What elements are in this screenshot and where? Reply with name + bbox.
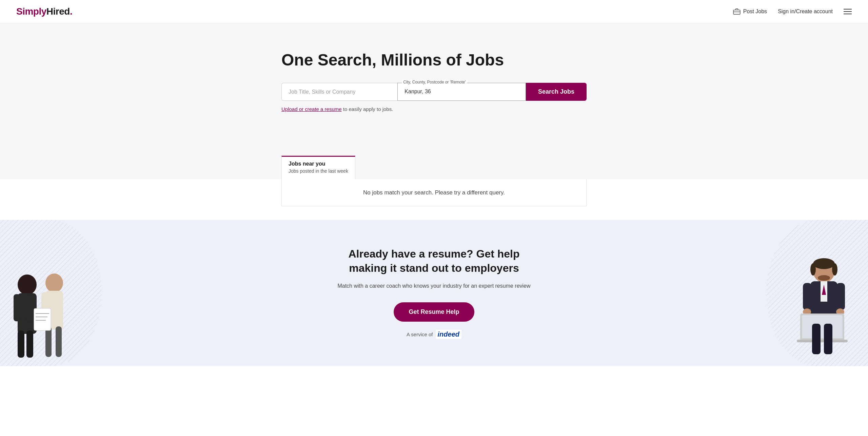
briefcase-icon <box>733 8 741 15</box>
svg-rect-35 <box>824 324 832 354</box>
location-field-label: City, County, Postcode or 'Remote' <box>402 80 467 84</box>
promo-people-right <box>773 251 868 366</box>
promo-service-attribution: A service of indeed <box>332 330 536 339</box>
jobs-near-you-tab[interactable]: Jobs near you Jobs posted in the last we… <box>281 156 355 179</box>
people-illustration-left <box>3 264 78 366</box>
results-section: No jobs match your search. Please try a … <box>0 179 868 220</box>
svg-point-8 <box>45 273 63 292</box>
hamburger-line-1 <box>844 9 852 10</box>
svg-rect-7 <box>26 330 33 358</box>
svg-rect-5 <box>26 294 33 321</box>
promo-title: Already have a resume? Get help making i… <box>332 247 536 275</box>
svg-rect-14 <box>34 308 51 330</box>
promo-people-left <box>0 258 81 366</box>
logo-dot: . <box>70 6 72 17</box>
svg-point-19 <box>813 258 835 269</box>
search-form: City, County, Postcode or 'Remote' Searc… <box>281 83 587 101</box>
svg-rect-12 <box>45 326 52 357</box>
results-wrapper: No jobs match your search. Please try a … <box>281 179 587 206</box>
hamburger-line-3 <box>844 14 852 14</box>
tabs-section: Jobs near you Jobs posted in the last we… <box>0 146 868 179</box>
svg-rect-13 <box>56 326 62 357</box>
get-resume-help-button[interactable]: Get Resume Help <box>394 302 474 322</box>
people-illustration-right <box>773 251 861 359</box>
post-jobs-button[interactable]: Post Jobs <box>733 8 767 15</box>
svg-rect-32 <box>802 315 843 338</box>
svg-rect-0 <box>733 10 740 15</box>
svg-rect-11 <box>54 292 60 318</box>
hamburger-menu-button[interactable] <box>844 9 852 14</box>
svg-rect-6 <box>18 330 24 358</box>
svg-point-20 <box>810 263 816 276</box>
logo-simply: Simply <box>16 6 46 17</box>
svg-rect-33 <box>797 340 848 342</box>
logo[interactable]: SimplyHired. <box>16 6 72 17</box>
svg-point-2 <box>18 274 37 295</box>
location-search-input[interactable] <box>398 83 526 100</box>
promo-content: Already have a resume? Get help making i… <box>332 247 536 339</box>
post-jobs-label: Post Jobs <box>743 8 767 15</box>
logo-hired: Hired <box>46 6 70 17</box>
no-results-message: No jobs match your search. Please try a … <box>363 189 505 196</box>
tab-title: Jobs near you <box>289 161 348 167</box>
header: SimplyHired. Post Jobs Sign in/Create ac… <box>0 0 868 23</box>
search-jobs-button[interactable]: Search Jobs <box>526 83 587 101</box>
hamburger-line-2 <box>844 11 852 12</box>
sign-in-button[interactable]: Sign in/Create account <box>778 8 833 15</box>
resume-upload-link[interactable]: Upload or create a resume <box>281 106 342 112</box>
job-search-input[interactable] <box>281 83 397 101</box>
promo-section: Already have a resume? Get help making i… <box>0 220 868 366</box>
tabs-wrapper: Jobs near you Jobs posted in the last we… <box>281 146 587 179</box>
header-nav: Post Jobs Sign in/Create account <box>733 8 852 15</box>
svg-point-21 <box>832 263 837 276</box>
svg-rect-34 <box>812 324 821 354</box>
promo-service-prefix: A service of <box>407 331 433 337</box>
resume-hint-suffix: to easily apply to jobs. <box>342 106 393 112</box>
svg-rect-4 <box>14 294 20 321</box>
location-field-wrapper: City, County, Postcode or 'Remote' <box>397 83 526 101</box>
svg-rect-26 <box>803 283 812 310</box>
promo-description: Match with a career coach who knows your… <box>332 282 536 290</box>
resume-hint: Upload or create a resume to easily appl… <box>281 106 587 112</box>
svg-point-22 <box>818 275 830 281</box>
hero-section: One Search, Millions of Jobs City, Count… <box>0 23 868 146</box>
indeed-logo: indeed <box>436 330 461 339</box>
indeed-logo-text: indeed <box>438 330 459 338</box>
tab-subtitle: Jobs posted in the last week <box>289 168 348 174</box>
hero-title: One Search, Millions of Jobs <box>281 51 587 69</box>
svg-rect-27 <box>836 283 845 310</box>
